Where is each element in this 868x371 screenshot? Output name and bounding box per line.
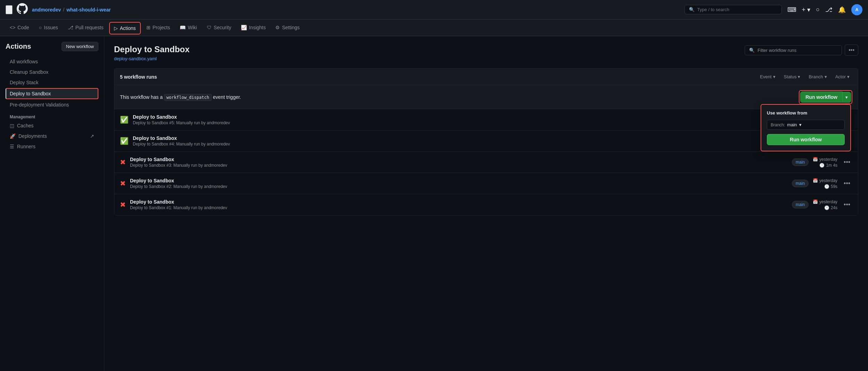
branch-badge[interactable]: main [792, 201, 809, 208]
filter-event-button[interactable]: Event ▾ [757, 73, 778, 81]
tab-insights[interactable]: 📈 Insights [237, 21, 270, 34]
plus-button[interactable]: + ▾ [802, 6, 811, 14]
code-icon: <> [10, 25, 15, 30]
run-workflow-button[interactable]: Run workflow [800, 92, 843, 103]
popup-title: Use workflow from [767, 110, 845, 116]
sidebar-item-cleanup-sandbox[interactable]: Cleanup Sandbox [6, 67, 98, 77]
tab-code-label: Code [17, 25, 29, 30]
tab-pull-requests[interactable]: ⎇ Pull requests [64, 21, 108, 34]
run-name[interactable]: Deploy to Sandbox [133, 114, 812, 120]
calendar-icon: 📅 [813, 157, 818, 162]
global-search[interactable]: 🔍 Type / to search [684, 5, 782, 14]
sidebar: Actions New workflow All workflows Clean… [0, 36, 104, 371]
run-more-button[interactable]: ••• [842, 200, 852, 210]
terminal-button[interactable]: ⌨ [787, 6, 796, 14]
actions-icon: ▷ [114, 25, 118, 31]
github-logo [17, 3, 28, 16]
run-name[interactable]: Deploy to Sandbox [133, 135, 792, 141]
sidebar-item-deployments[interactable]: 🚀 Deployments ↗ [6, 131, 98, 141]
run-date: 📅 yesterday [813, 157, 837, 162]
status-failure-icon: ✖ [120, 179, 126, 188]
workflow-info: Deploy to Sandbox deploy-sandbox.yaml [114, 45, 189, 61]
dispatch-banner: This workflow has a workflow_dispatch ev… [114, 85, 858, 109]
tab-projects[interactable]: ⊞ Projects [142, 21, 175, 34]
calendar-icon: 📅 [813, 199, 818, 204]
date-value: yesterday [819, 199, 837, 204]
branch-badge[interactable]: main [792, 180, 809, 187]
run-workflow-popup: Use workflow from Branch: main ▾ Run wor… [761, 104, 851, 151]
sidebar-item-deploy-to-sandbox[interactable]: Deploy to Sandbox [6, 88, 98, 99]
filter-actor-button[interactable]: Actor ▾ [833, 73, 852, 81]
run-name[interactable]: Deploy to Sandbox [130, 199, 788, 205]
tab-settings-label: Settings [282, 25, 300, 30]
sidebar-item-caches[interactable]: ◫ Caches [6, 121, 98, 131]
filter-search-placeholder: Filter workflow runs [757, 48, 796, 53]
runs-count: 5 workflow runs [120, 74, 157, 80]
branch-selector[interactable]: Branch: main ▾ [767, 120, 845, 130]
sidebar-item-all-workflows[interactable]: All workflows [6, 57, 98, 66]
run-date: 📅 yesterday [813, 199, 837, 204]
run-workflow-caret-button[interactable]: ▾ [843, 92, 851, 103]
branch-chevron-icon: ▾ [799, 122, 802, 127]
new-workflow-button[interactable]: New workflow [62, 42, 98, 51]
run-info: Deploy to Sandbox Deploy to Sandbox #4: … [133, 135, 792, 147]
filter-row: 🔍 Filter workflow runs ••• [745, 45, 858, 56]
popup-run-workflow-button[interactable]: Run workflow [767, 134, 845, 145]
calendar-icon: 📅 [813, 178, 818, 183]
repo-tabs: <> Code ○ Issues ⎇ Pull requests ▷ Actio… [0, 19, 868, 36]
wiki-icon: 📖 [180, 25, 186, 30]
issue-button[interactable]: ○ [816, 6, 820, 13]
filter-event-label: Event [760, 74, 771, 79]
repo-name[interactable]: what-should-i-wear [66, 7, 111, 13]
run-meta: 📅 yesterday 🕐 1m 4s [813, 157, 837, 168]
search-icon: 🔍 [689, 7, 695, 12]
runs-table-header: 5 workflow runs Event ▾ Status ▾ Branch … [114, 69, 858, 85]
settings-icon: ⚙ [275, 25, 280, 30]
search-placeholder-text: Type / to search [697, 7, 730, 12]
filter-status-button[interactable]: Status ▾ [781, 73, 803, 81]
filter-branch-label: Branch [809, 74, 823, 79]
tab-actions[interactable]: ▷ Actions [109, 22, 141, 34]
tab-pull-requests-label: Pull requests [75, 25, 104, 30]
pull-request-button[interactable]: ⎇ [825, 6, 833, 14]
workflow-file-link[interactable]: deploy-sandbox.yaml [114, 56, 157, 61]
filter-branch-button[interactable]: Branch ▾ [806, 73, 829, 81]
branch-value: main [787, 122, 797, 127]
run-duration: 🕐 24s [824, 205, 837, 210]
status-success-icon: ✅ [120, 116, 129, 124]
insights-icon: 📈 [241, 25, 247, 30]
avatar[interactable]: A [851, 4, 862, 15]
caches-label: Caches [17, 123, 33, 128]
tab-settings[interactable]: ⚙ Settings [271, 21, 304, 34]
tab-code[interactable]: <> Code [6, 21, 33, 34]
tab-issues[interactable]: ○ Issues [35, 21, 62, 34]
run-sub: Deploy to Sandbox #1: Manually run by an… [130, 205, 788, 210]
branch-badge[interactable]: main [792, 158, 809, 166]
duration-value: 59s [831, 184, 837, 189]
table-row: ✖ Deploy to Sandbox Deploy to Sandbox #3… [114, 152, 858, 173]
notification-button[interactable]: 🔔 [838, 6, 846, 14]
sidebar-item-deploy-stack[interactable]: Deploy Stack [6, 78, 98, 87]
filter-actor-label: Actor [835, 74, 846, 79]
filter-status-chevron: ▾ [798, 74, 800, 79]
tab-actions-label: Actions [120, 25, 136, 31]
dispatch-text: This workflow has a workflow_dispatch ev… [120, 94, 241, 100]
repo-separator: / [63, 7, 64, 13]
run-more-button[interactable]: ••• [842, 179, 852, 189]
filter-search-input[interactable]: 🔍 Filter workflow runs [745, 45, 842, 55]
run-name[interactable]: Deploy to Sandbox [130, 178, 788, 183]
repo-org[interactable]: andmoredev [32, 7, 61, 13]
run-workflow-outline: Run workflow ▾ Use workflow from Branch:… [799, 90, 852, 104]
run-name[interactable]: Deploy to Sandbox [130, 157, 788, 162]
tab-wiki[interactable]: 📖 Wiki [176, 21, 201, 34]
run-meta: 📅 yesterday 🕐 24s [813, 199, 837, 210]
sidebar-item-pre-deployment-validations[interactable]: Pre-deployment Validations [6, 100, 98, 110]
table-row: ✖ Deploy to Sandbox Deploy to Sandbox #1… [114, 194, 858, 215]
sidebar-item-runners[interactable]: ☰ Runners [6, 142, 98, 151]
tab-security[interactable]: 🛡 Security [203, 21, 236, 34]
table-row: ✖ Deploy to Sandbox Deploy to Sandbox #2… [114, 173, 858, 194]
top-nav-right: ⌨ + ▾ ○ ⎇ 🔔 A [787, 4, 862, 15]
hamburger-menu-button[interactable]: ☰ [6, 5, 13, 14]
run-more-button[interactable]: ••• [842, 157, 852, 167]
three-dots-button[interactable]: ••• [845, 45, 858, 56]
